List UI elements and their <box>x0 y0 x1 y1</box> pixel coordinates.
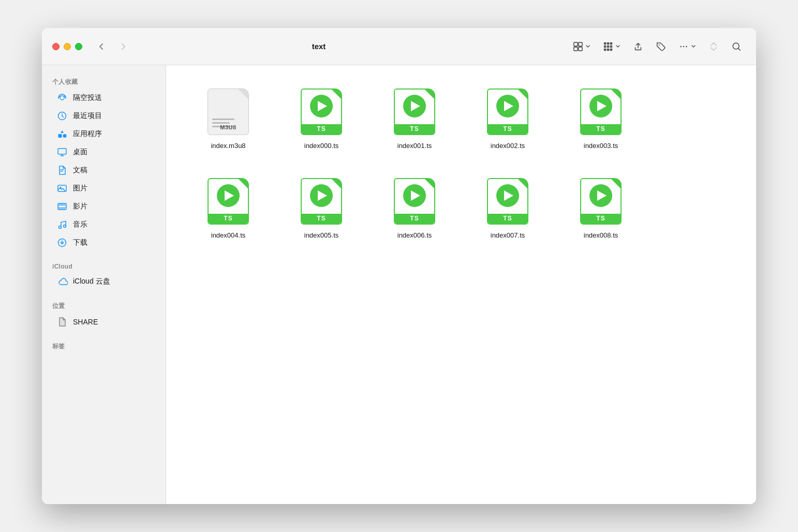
desktop-icon <box>56 146 68 158</box>
file-name: index008.ts <box>584 231 618 239</box>
more-button[interactable] <box>674 38 700 55</box>
pictures-icon <box>56 183 68 194</box>
svg-point-26 <box>64 225 66 228</box>
view-icon-button[interactable] <box>569 38 595 55</box>
ts-play-area <box>302 184 341 207</box>
svg-rect-8 <box>607 45 610 48</box>
sidebar-item-airdrop-label: 隔空投送 <box>73 93 102 102</box>
ts-badge: TS <box>209 214 248 224</box>
ts-play-triangle <box>504 101 513 111</box>
sidebar-item-icloud-drive[interactable]: iCloud 云盘 <box>46 273 161 290</box>
toolbar-right <box>569 38 746 55</box>
file-name: index003.ts <box>584 142 618 150</box>
file-name: index004.ts <box>211 231 246 239</box>
ts-play-triangle <box>225 190 234 201</box>
ts-icon: TS <box>487 88 528 135</box>
file-item-9[interactable]: TS index008.ts <box>559 170 642 244</box>
file-item-4[interactable]: TS index003.ts <box>559 81 642 155</box>
svg-rect-1 <box>579 42 582 46</box>
m3u8-icon: M3U8 <box>208 88 249 135</box>
file-icon-wrap: TS <box>578 175 624 227</box>
ts-icon: TS <box>487 178 528 225</box>
ts-play-bg <box>496 95 519 117</box>
sidebar-item-apps[interactable]: 应用程序 <box>46 125 161 143</box>
sidebar-item-recent[interactable]: 最近项目 <box>46 107 161 125</box>
file-item-5[interactable]: TS index004.ts <box>187 170 270 244</box>
file-icon-wrap: TS <box>205 175 252 227</box>
sidebar-item-desktop[interactable]: 桌面 <box>46 143 161 161</box>
svg-rect-6 <box>610 42 613 45</box>
file-content: M3U8 index.m3u8 TS index000.ts <box>166 65 756 504</box>
sidebar-item-downloads[interactable]: 下载 <box>46 234 161 252</box>
ts-play-triangle <box>597 190 607 201</box>
file-item-3[interactable]: TS index002.ts <box>466 81 549 155</box>
svg-point-16 <box>686 46 687 47</box>
ts-play-area <box>581 95 620 117</box>
ts-play-bg <box>310 184 333 207</box>
tag-button[interactable] <box>652 38 670 55</box>
apps-icon <box>56 128 68 140</box>
sidebar: 个人收藏 隔空投送 最近项目 <box>42 65 166 504</box>
file-icon-wrap: TS <box>298 86 345 138</box>
expand-button[interactable] <box>704 38 723 55</box>
ts-badge: TS <box>488 124 527 134</box>
ts-icon: TS <box>394 88 435 135</box>
sidebar-item-icloud-label: iCloud 云盘 <box>73 277 110 286</box>
ts-badge: TS <box>395 214 434 224</box>
file-grid: M3U8 index.m3u8 TS index000.ts <box>187 81 735 244</box>
sidebar-item-share[interactable]: SHARE <box>46 313 161 331</box>
ts-icon: TS <box>208 178 249 225</box>
svg-point-14 <box>680 46 682 47</box>
ts-play-bg <box>217 184 240 207</box>
sidebar-item-pictures[interactable]: 图片 <box>46 180 161 197</box>
file-item-8[interactable]: TS index007.ts <box>466 170 549 244</box>
ts-badge: TS <box>581 124 620 134</box>
share-button[interactable] <box>629 38 647 55</box>
titlebar: text <box>42 28 756 65</box>
file-item-1[interactable]: TS index000.ts <box>280 81 363 155</box>
svg-point-19 <box>63 134 67 138</box>
file-item-7[interactable]: TS index006.ts <box>373 170 456 244</box>
ts-play-triangle <box>504 190 513 201</box>
svg-rect-4 <box>604 42 607 45</box>
file-name: index.m3u8 <box>211 142 245 150</box>
sidebar-section-tags: 标签 <box>42 338 166 353</box>
file-icon-wrap: M3U8 <box>205 86 252 138</box>
file-icon-wrap: TS <box>484 175 531 227</box>
minimize-button[interactable] <box>64 43 71 50</box>
file-icon-wrap: TS <box>484 86 531 138</box>
movies-icon <box>56 201 68 212</box>
sidebar-item-pictures-label: 图片 <box>73 184 87 193</box>
svg-rect-5 <box>607 42 610 45</box>
file-item-6[interactable]: TS index005.ts <box>280 170 363 244</box>
ts-play-area <box>488 95 527 117</box>
clock-icon <box>56 110 68 122</box>
sidebar-item-airdrop[interactable]: 隔空投送 <box>46 89 161 107</box>
file-item-2[interactable]: TS index001.ts <box>373 81 456 155</box>
downloads-icon <box>56 237 68 248</box>
close-button[interactable] <box>52 43 60 50</box>
ts-play-bg <box>589 184 612 207</box>
sidebar-item-recent-label: 最近项目 <box>73 111 102 121</box>
icloud-icon <box>56 276 68 287</box>
sidebar-item-movies[interactable]: 影片 <box>46 198 161 215</box>
ts-play-area <box>395 184 434 207</box>
svg-rect-10 <box>604 48 607 51</box>
ts-play-bg <box>403 95 426 117</box>
sidebar-item-downloads-label: 下载 <box>73 238 87 247</box>
file-name: index006.ts <box>397 231 432 239</box>
ts-play-area <box>209 184 248 207</box>
file-name: index002.ts <box>491 142 525 150</box>
svg-rect-9 <box>610 45 613 48</box>
search-button[interactable] <box>727 38 746 55</box>
file-name: index005.ts <box>304 231 339 239</box>
svg-point-15 <box>683 46 685 47</box>
file-name: index000.ts <box>304 142 339 150</box>
ts-play-area <box>488 184 527 207</box>
file-item-0[interactable]: M3U8 index.m3u8 <box>187 81 270 155</box>
gallery-view-button[interactable] <box>599 38 625 55</box>
sidebar-item-music[interactable]: 音乐 <box>46 216 161 233</box>
sidebar-item-docs[interactable]: 文稿 <box>46 161 161 179</box>
music-icon <box>56 219 68 230</box>
file-name: index007.ts <box>491 231 525 239</box>
